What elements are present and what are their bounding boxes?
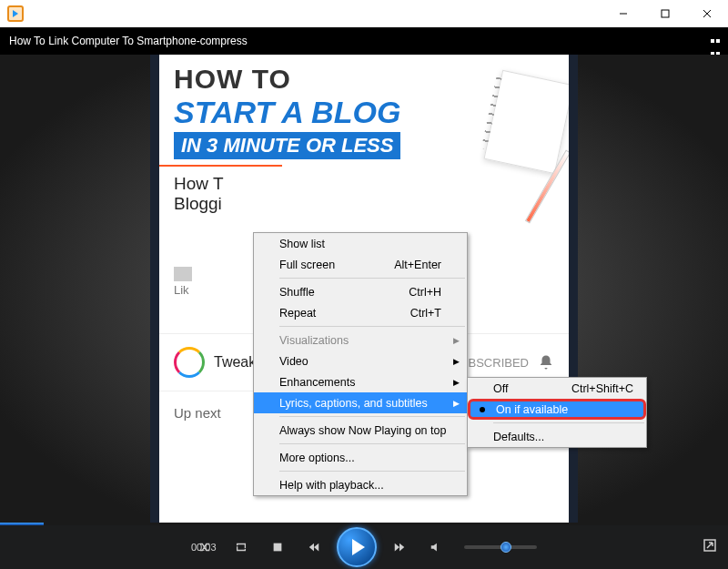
like-button: Lik [174, 267, 192, 297]
volume-thumb[interactable] [500, 542, 511, 553]
window-minimize[interactable] [602, 0, 644, 27]
thumbs-up-icon [174, 267, 192, 281]
video-file-title: How To Link Computer To Smartphone-compr… [9, 35, 248, 47]
up-next-label: Up next [174, 405, 221, 421]
play-button[interactable] [337, 527, 377, 567]
menu-item[interactable]: Always show Now Playing on top [254, 420, 467, 441]
stop-button[interactable] [264, 533, 291, 561]
video-progress-indicator [159, 165, 282, 167]
menu-item[interactable]: Lyrics, captions, and subtitles▶ [254, 392, 467, 413]
window-titlebar [0, 0, 728, 27]
decorative-notepad [460, 73, 569, 200]
elapsed-time: 00:03 [191, 542, 217, 553]
menu-item[interactable]: Enhancements▶ [254, 371, 467, 392]
menu-item[interactable]: More options... [254, 447, 467, 468]
yt-video-title-2: Bloggi [174, 194, 222, 213]
window-close[interactable] [686, 0, 728, 27]
playback-controls: 00:03 [0, 525, 728, 569]
mute-button[interactable] [422, 533, 450, 561]
svg-rect-1 [662, 10, 669, 17]
menu-item[interactable]: Help with playback... [254, 474, 467, 495]
submenu-item[interactable]: OffCtrl+Shift+C [468, 378, 646, 399]
submenu-item[interactable]: On if available [468, 399, 646, 420]
bell-icon [538, 354, 554, 371]
next-button[interactable] [386, 533, 413, 561]
menu-item[interactable]: Full screenAlt+Enter [254, 254, 467, 275]
menu-item[interactable]: Video▶ [254, 351, 467, 371]
fullscreen-button[interactable] [703, 538, 717, 556]
previous-button[interactable] [300, 533, 328, 561]
now-playing-header: How To Link Computer To Smartphone-compr… [0, 27, 728, 55]
volume-slider[interactable] [464, 545, 537, 549]
svg-rect-4 [274, 544, 282, 552]
menu-item[interactable]: Show list [254, 233, 467, 254]
video-viewport[interactable]: HOW TO START A BLOG IN 3 MINUTE OR LESS … [0, 55, 728, 525]
player-area: How To Link Computer To Smartphone-compr… [0, 27, 728, 525]
context-submenu-lyrics[interactable]: OffCtrl+Shift+COn if availableDefaults..… [467, 377, 647, 448]
banner-text-3: IN 3 MINUTE OR LESS [174, 132, 400, 159]
repeat-button[interactable] [228, 533, 255, 561]
yt-video-title-1: How T [174, 174, 224, 193]
window-maximize[interactable] [644, 0, 686, 27]
submenu-item[interactable]: Defaults... [468, 426, 646, 447]
menu-item[interactable]: RepeatCtrl+T [254, 302, 467, 323]
menu-item[interactable]: ShuffleCtrl+H [254, 281, 467, 302]
menu-item: Visualizations▶ [254, 330, 467, 351]
context-menu[interactable]: Show listFull screenAlt+EnterShuffleCtrl… [253, 232, 468, 496]
app-icon [7, 5, 24, 22]
channel-avatar [174, 347, 205, 378]
